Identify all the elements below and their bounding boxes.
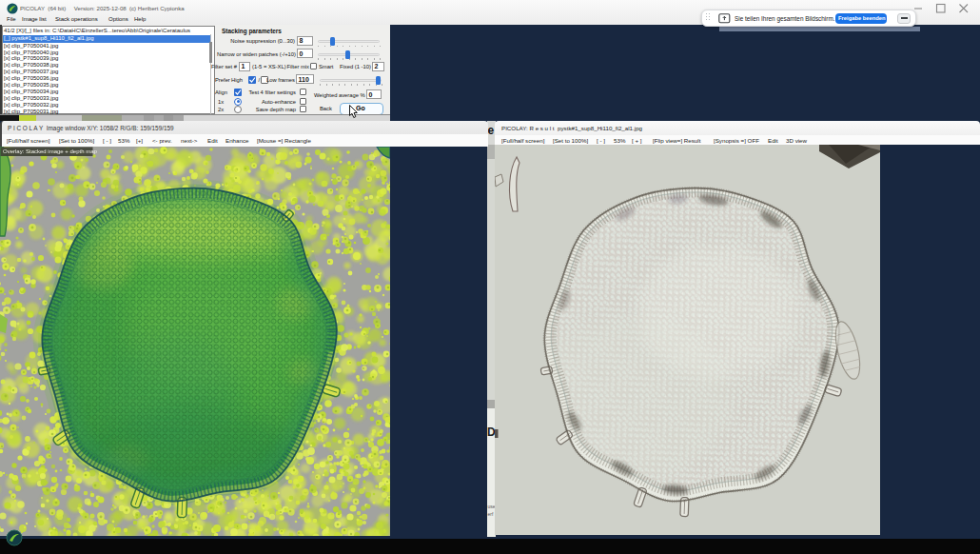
svg-text:Overlay: Stacked image + depth: Overlay: Stacked image + depth map xyxy=(3,148,98,154)
